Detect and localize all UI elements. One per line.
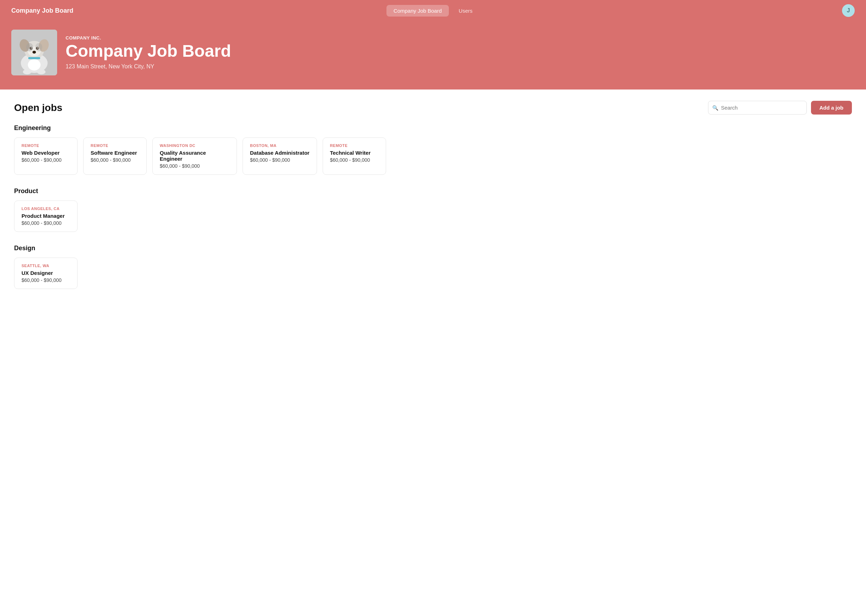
search-area: 🔍 Add a job: [708, 101, 852, 115]
job-title: Database Administrator: [250, 150, 310, 156]
jobs-row: REMOTEWeb Developer$60,000 - $90,000REMO…: [14, 137, 852, 175]
hero-address: 123 Main Street, New York City, NY: [66, 63, 231, 70]
search-icon: 🔍: [712, 105, 718, 111]
dog-illustration: [11, 30, 57, 75]
job-location: BOSTON, MA: [250, 143, 310, 148]
job-card[interactable]: BOSTON, MADatabase Administrator$60,000 …: [242, 137, 317, 175]
open-jobs-title: Open jobs: [14, 102, 62, 113]
section-design: DesignSEATTLE, WAUX Designer$60,000 - $9…: [14, 245, 852, 289]
job-location: WASHINGTON DC: [160, 143, 230, 148]
add-job-button[interactable]: Add a job: [811, 101, 852, 115]
job-title: Technical Writer: [330, 150, 379, 156]
hero-company-name: COMPANY INC.: [66, 35, 231, 41]
job-location: LOS ANGELES, CA: [22, 206, 70, 211]
job-title: Software Engineer: [91, 150, 139, 156]
svg-point-16: [35, 43, 42, 52]
job-salary: $60,000 - $90,000: [330, 157, 379, 163]
nav-brand: Company Job Board: [11, 7, 386, 14]
hero-banner: COMPANY INC. Company Job Board 123 Main …: [0, 21, 866, 90]
job-card[interactable]: LOS ANGELES, CAProduct Manager$60,000 - …: [14, 201, 77, 232]
svg-point-10: [32, 51, 36, 53]
sections-container: EngineeringREMOTEWeb Developer$60,000 - …: [14, 124, 852, 289]
job-title: Web Developer: [22, 150, 70, 156]
hero-title: Company Job Board: [66, 42, 231, 61]
navbar: Company Job Board Company Job Board User…: [0, 0, 866, 21]
job-salary: $60,000 - $90,000: [250, 157, 310, 163]
nav-right: J: [480, 4, 855, 17]
job-title: Quality Assurance Engineer: [160, 150, 230, 162]
job-location: REMOTE: [330, 143, 379, 148]
job-card[interactable]: SEATTLE, WAUX Designer$60,000 - $90,000: [14, 258, 77, 289]
job-salary: $60,000 - $90,000: [91, 157, 139, 163]
nav-tabs: Company Job Board Users: [386, 5, 480, 17]
job-title: UX Designer: [22, 270, 70, 276]
svg-point-12: [23, 69, 31, 74]
job-salary: $60,000 - $90,000: [22, 277, 70, 283]
job-location: REMOTE: [91, 143, 139, 148]
job-card[interactable]: REMOTEWeb Developer$60,000 - $90,000: [14, 137, 77, 175]
job-salary: $60,000 - $90,000: [160, 163, 230, 169]
hero-info: COMPANY INC. Company Job Board 123 Main …: [66, 35, 231, 70]
search-input[interactable]: [708, 101, 807, 115]
section-engineering: EngineeringREMOTEWeb Developer$60,000 - …: [14, 124, 852, 175]
open-jobs-header: Open jobs 🔍 Add a job: [14, 101, 852, 115]
main-content: Open jobs 🔍 Add a job EngineeringREMOTEW…: [0, 90, 866, 616]
svg-rect-11: [28, 57, 40, 59]
section-title: Engineering: [14, 124, 852, 132]
job-card[interactable]: WASHINGTON DCQuality Assurance Engineer$…: [152, 137, 237, 175]
job-card[interactable]: REMOTESoftware Engineer$60,000 - $90,000: [83, 137, 147, 175]
svg-point-15: [26, 43, 33, 52]
jobs-row: SEATTLE, WAUX Designer$60,000 - $90,000: [14, 258, 852, 289]
avatar[interactable]: J: [842, 4, 855, 17]
job-salary: $60,000 - $90,000: [22, 157, 70, 163]
section-title: Design: [14, 245, 852, 252]
jobs-row: LOS ANGELES, CAProduct Manager$60,000 - …: [14, 201, 852, 232]
svg-point-13: [37, 69, 46, 74]
job-salary: $60,000 - $90,000: [22, 220, 70, 226]
section-title: Product: [14, 187, 852, 195]
job-location: REMOTE: [22, 143, 70, 148]
search-wrapper: 🔍: [708, 101, 807, 115]
section-product: ProductLOS ANGELES, CAProduct Manager$60…: [14, 187, 852, 232]
nav-tab-job-board[interactable]: Company Job Board: [386, 5, 449, 17]
job-card[interactable]: REMOTETechnical Writer$60,000 - $90,000: [323, 137, 386, 175]
company-logo-image: [11, 30, 57, 75]
job-title: Product Manager: [22, 213, 70, 219]
svg-point-14: [28, 59, 41, 71]
job-location: SEATTLE, WA: [22, 264, 70, 268]
nav-tab-users[interactable]: Users: [452, 5, 480, 17]
